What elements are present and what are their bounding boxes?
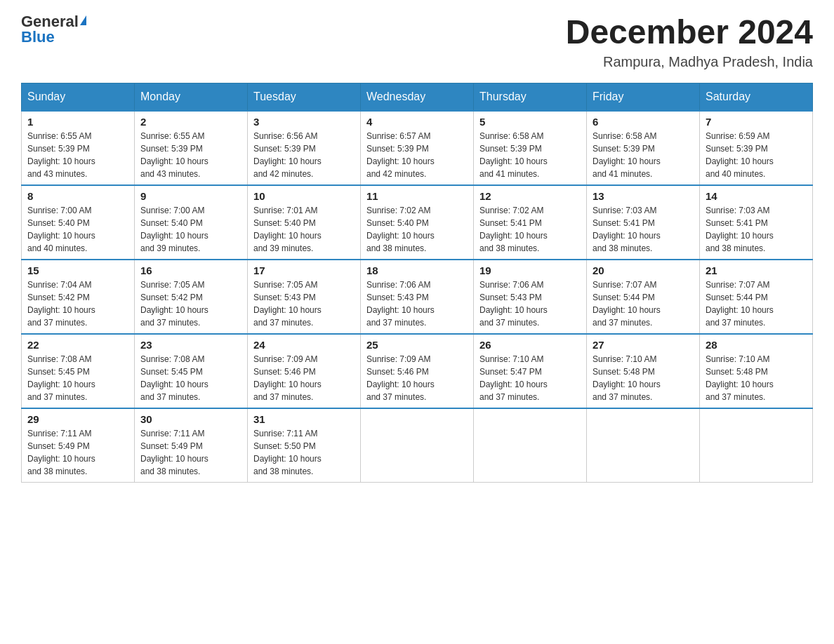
calendar-cell: 3Sunrise: 6:56 AMSunset: 5:39 PMDaylight… bbox=[248, 111, 361, 185]
day-number: 31 bbox=[253, 413, 355, 425]
day-number: 27 bbox=[593, 339, 694, 351]
day-number: 13 bbox=[593, 190, 694, 202]
week-row-3: 15Sunrise: 7:04 AMSunset: 5:42 PMDayligh… bbox=[22, 260, 813, 334]
logo: General Blue bbox=[21, 14, 86, 46]
day-number: 26 bbox=[479, 339, 581, 351]
day-number: 14 bbox=[706, 190, 807, 202]
day-info: Sunrise: 7:02 AMSunset: 5:40 PMDaylight:… bbox=[366, 204, 468, 255]
calendar-cell: 18Sunrise: 7:06 AMSunset: 5:43 PMDayligh… bbox=[361, 260, 474, 334]
calendar-cell: 15Sunrise: 7:04 AMSunset: 5:42 PMDayligh… bbox=[22, 260, 135, 334]
day-number: 28 bbox=[706, 339, 807, 351]
calendar-cell bbox=[587, 408, 700, 483]
page-header: General Blue December 2024 Rampura, Madh… bbox=[21, 14, 813, 70]
calendar-cell bbox=[361, 408, 474, 483]
title-section: December 2024 Rampura, Madhya Pradesh, I… bbox=[566, 14, 813, 70]
day-number: 23 bbox=[140, 339, 241, 351]
day-number: 2 bbox=[140, 116, 241, 128]
header-thursday: Thursday bbox=[474, 83, 587, 111]
day-number: 6 bbox=[593, 116, 694, 128]
calendar-cell: 28Sunrise: 7:10 AMSunset: 5:48 PMDayligh… bbox=[700, 334, 813, 408]
week-row-2: 8Sunrise: 7:00 AMSunset: 5:40 PMDaylight… bbox=[22, 185, 813, 260]
day-info: Sunrise: 6:57 AMSunset: 5:39 PMDaylight:… bbox=[366, 130, 468, 180]
week-row-5: 29Sunrise: 7:11 AMSunset: 5:49 PMDayligh… bbox=[22, 408, 813, 483]
calendar-cell: 5Sunrise: 6:58 AMSunset: 5:39 PMDaylight… bbox=[474, 111, 587, 185]
header-sunday: Sunday bbox=[22, 83, 135, 111]
day-number: 4 bbox=[366, 116, 468, 128]
day-info: Sunrise: 7:09 AMSunset: 5:46 PMDaylight:… bbox=[253, 353, 355, 403]
day-number: 10 bbox=[253, 190, 355, 202]
day-info: Sunrise: 7:08 AMSunset: 5:45 PMDaylight:… bbox=[27, 353, 128, 403]
logo-triangle-icon bbox=[80, 15, 86, 25]
day-info: Sunrise: 7:08 AMSunset: 5:45 PMDaylight:… bbox=[140, 353, 241, 403]
day-number: 11 bbox=[366, 190, 468, 202]
calendar-cell: 26Sunrise: 7:10 AMSunset: 5:47 PMDayligh… bbox=[474, 334, 587, 408]
calendar-cell: 12Sunrise: 7:02 AMSunset: 5:41 PMDayligh… bbox=[474, 185, 587, 260]
day-info: Sunrise: 7:03 AMSunset: 5:41 PMDaylight:… bbox=[593, 204, 694, 255]
logo-blue: Blue bbox=[21, 28, 55, 46]
calendar-cell: 10Sunrise: 7:01 AMSunset: 5:40 PMDayligh… bbox=[248, 185, 361, 260]
day-number: 30 bbox=[140, 413, 241, 425]
day-info: Sunrise: 7:05 AMSunset: 5:43 PMDaylight:… bbox=[253, 279, 355, 329]
day-number: 15 bbox=[27, 264, 128, 276]
day-info: Sunrise: 7:00 AMSunset: 5:40 PMDaylight:… bbox=[27, 204, 128, 255]
calendar-cell: 7Sunrise: 6:59 AMSunset: 5:39 PMDaylight… bbox=[700, 111, 813, 185]
calendar-cell: 24Sunrise: 7:09 AMSunset: 5:46 PMDayligh… bbox=[248, 334, 361, 408]
calendar-cell: 21Sunrise: 7:07 AMSunset: 5:44 PMDayligh… bbox=[700, 260, 813, 334]
day-info: Sunrise: 6:59 AMSunset: 5:39 PMDaylight:… bbox=[706, 130, 807, 180]
calendar-cell: 16Sunrise: 7:05 AMSunset: 5:42 PMDayligh… bbox=[135, 260, 248, 334]
day-info: Sunrise: 7:10 AMSunset: 5:48 PMDaylight:… bbox=[593, 353, 694, 403]
calendar-cell: 31Sunrise: 7:11 AMSunset: 5:50 PMDayligh… bbox=[248, 408, 361, 483]
calendar-cell: 14Sunrise: 7:03 AMSunset: 5:41 PMDayligh… bbox=[700, 185, 813, 260]
calendar-cell: 13Sunrise: 7:03 AMSunset: 5:41 PMDayligh… bbox=[587, 185, 700, 260]
header-friday: Friday bbox=[587, 83, 700, 111]
calendar-cell: 22Sunrise: 7:08 AMSunset: 5:45 PMDayligh… bbox=[22, 334, 135, 408]
day-info: Sunrise: 7:02 AMSunset: 5:41 PMDaylight:… bbox=[479, 204, 581, 255]
day-info: Sunrise: 7:06 AMSunset: 5:43 PMDaylight:… bbox=[366, 279, 468, 329]
day-number: 5 bbox=[479, 116, 581, 128]
day-info: Sunrise: 7:01 AMSunset: 5:40 PMDaylight:… bbox=[253, 204, 355, 255]
calendar-cell: 4Sunrise: 6:57 AMSunset: 5:39 PMDaylight… bbox=[361, 111, 474, 185]
calendar-cell: 11Sunrise: 7:02 AMSunset: 5:40 PMDayligh… bbox=[361, 185, 474, 260]
calendar-table: SundayMondayTuesdayWednesdayThursdayFrid… bbox=[21, 83, 813, 483]
day-number: 22 bbox=[27, 339, 128, 351]
day-info: Sunrise: 7:04 AMSunset: 5:42 PMDaylight:… bbox=[27, 279, 128, 329]
day-number: 8 bbox=[27, 190, 128, 202]
week-row-1: 1Sunrise: 6:55 AMSunset: 5:39 PMDaylight… bbox=[22, 111, 813, 185]
day-info: Sunrise: 7:07 AMSunset: 5:44 PMDaylight:… bbox=[706, 279, 807, 329]
calendar-cell: 2Sunrise: 6:55 AMSunset: 5:39 PMDaylight… bbox=[135, 111, 248, 185]
day-number: 7 bbox=[706, 116, 807, 128]
day-number: 17 bbox=[253, 264, 355, 276]
day-number: 3 bbox=[253, 116, 355, 128]
calendar-cell bbox=[700, 408, 813, 483]
calendar-cell: 17Sunrise: 7:05 AMSunset: 5:43 PMDayligh… bbox=[248, 260, 361, 334]
calendar-cell: 9Sunrise: 7:00 AMSunset: 5:40 PMDaylight… bbox=[135, 185, 248, 260]
calendar-cell: 6Sunrise: 6:58 AMSunset: 5:39 PMDaylight… bbox=[587, 111, 700, 185]
calendar-cell bbox=[474, 408, 587, 483]
calendar-cell: 25Sunrise: 7:09 AMSunset: 5:46 PMDayligh… bbox=[361, 334, 474, 408]
day-info: Sunrise: 7:03 AMSunset: 5:41 PMDaylight:… bbox=[706, 204, 807, 255]
calendar-header-row: SundayMondayTuesdayWednesdayThursdayFrid… bbox=[22, 83, 813, 111]
day-info: Sunrise: 7:00 AMSunset: 5:40 PMDaylight:… bbox=[140, 204, 241, 255]
header-saturday: Saturday bbox=[700, 83, 813, 111]
calendar-cell: 1Sunrise: 6:55 AMSunset: 5:39 PMDaylight… bbox=[22, 111, 135, 185]
day-info: Sunrise: 7:11 AMSunset: 5:49 PMDaylight:… bbox=[140, 427, 241, 478]
day-info: Sunrise: 7:10 AMSunset: 5:48 PMDaylight:… bbox=[706, 353, 807, 403]
day-number: 19 bbox=[479, 264, 581, 276]
calendar-cell: 20Sunrise: 7:07 AMSunset: 5:44 PMDayligh… bbox=[587, 260, 700, 334]
day-number: 25 bbox=[366, 339, 468, 351]
day-info: Sunrise: 7:09 AMSunset: 5:46 PMDaylight:… bbox=[366, 353, 468, 403]
day-number: 20 bbox=[593, 264, 694, 276]
location-title: Rampura, Madhya Pradesh, India bbox=[566, 54, 813, 70]
day-number: 16 bbox=[140, 264, 241, 276]
day-info: Sunrise: 7:05 AMSunset: 5:42 PMDaylight:… bbox=[140, 279, 241, 329]
logo-general: General bbox=[21, 14, 86, 29]
month-title: December 2024 bbox=[566, 14, 813, 51]
day-number: 9 bbox=[140, 190, 241, 202]
calendar-cell: 8Sunrise: 7:00 AMSunset: 5:40 PMDaylight… bbox=[22, 185, 135, 260]
day-number: 18 bbox=[366, 264, 468, 276]
day-info: Sunrise: 6:55 AMSunset: 5:39 PMDaylight:… bbox=[140, 130, 241, 180]
day-info: Sunrise: 7:11 AMSunset: 5:49 PMDaylight:… bbox=[27, 427, 128, 478]
day-info: Sunrise: 6:58 AMSunset: 5:39 PMDaylight:… bbox=[593, 130, 694, 180]
calendar-cell: 29Sunrise: 7:11 AMSunset: 5:49 PMDayligh… bbox=[22, 408, 135, 483]
day-info: Sunrise: 7:10 AMSunset: 5:47 PMDaylight:… bbox=[479, 353, 581, 403]
